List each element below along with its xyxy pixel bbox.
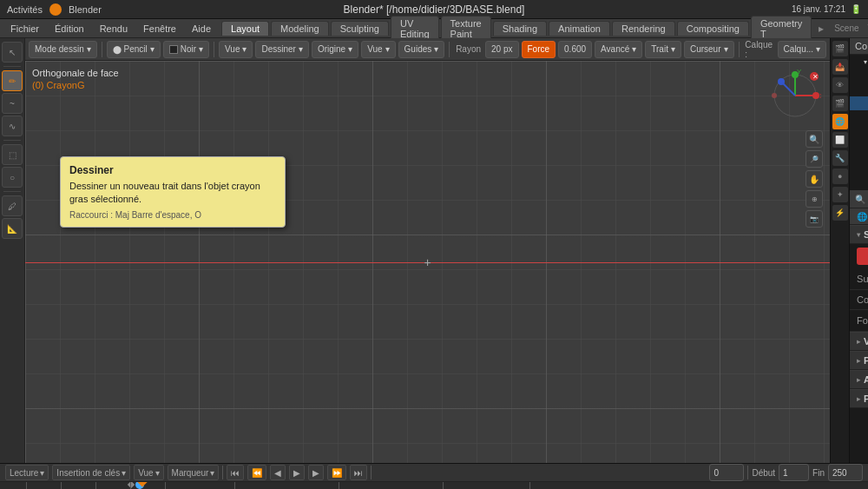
prop-icon-shader[interactable]: ●: [832, 169, 848, 184]
custom-label: Propriétés personnalisées: [864, 393, 868, 404]
workspace-modeling[interactable]: Modeling: [271, 21, 329, 36]
tool-measure[interactable]: 📐: [2, 218, 23, 239]
workspace-geometry[interactable]: Geometry T: [751, 16, 812, 41]
orbit-btn[interactable]: ⊕: [806, 190, 823, 208]
color-chevron: ▾: [199, 44, 203, 54]
use-nodes-btn[interactable]: Utiliser nœuds: [857, 248, 868, 265]
calque-label: Calque :: [745, 40, 773, 59]
pan-btn[interactable]: ✋: [806, 170, 823, 188]
start-frame-input[interactable]: [779, 464, 809, 481]
force-value-input[interactable]: 0.600: [558, 41, 592, 58]
view2-btn[interactable]: Vue ▾: [361, 41, 395, 58]
scene-item-cercle[interactable]: ⬤ Cercle.001 👁 ⊙ 📷: [850, 83, 868, 96]
color-swatch: [169, 45, 178, 54]
prop-icon-physics[interactable]: ⚡: [832, 205, 848, 221]
avance-btn[interactable]: Avancé ▾: [595, 41, 642, 58]
workspace-compositing[interactable]: Compositing: [677, 21, 749, 36]
workspace-layout[interactable]: Layout: [221, 21, 269, 36]
prev-frame-btn[interactable]: ◀: [270, 465, 286, 480]
material-select[interactable]: ⬤ Pencil ▾: [107, 41, 161, 58]
scene-item-eclairage[interactable]: 💡 éclairage 👁 ⊙ 📷: [850, 69, 868, 83]
jump-start-btn[interactable]: ⏮: [227, 465, 244, 480]
draw-btn[interactable]: Dessiner ▾: [255, 41, 308, 58]
prop-icon-world[interactable]: 🌐: [832, 114, 848, 129]
end-frame-input[interactable]: [828, 464, 863, 481]
next-frame-btn[interactable]: ▶: [308, 465, 324, 480]
menu-fichier[interactable]: Fichier: [3, 22, 46, 36]
activities-label[interactable]: Activités: [7, 4, 43, 15]
camera-btn[interactable]: 📷: [806, 210, 823, 228]
calque-value-btn[interactable]: Calqu... ▾: [778, 41, 826, 58]
workspace-texture[interactable]: Texture Paint: [441, 16, 491, 41]
force-row-label: Force: [857, 315, 868, 326]
tool-annotate[interactable]: 🖊: [2, 195, 23, 216]
workspace-animation[interactable]: Animation: [549, 21, 610, 36]
curseur-label: Curseur: [690, 44, 721, 54]
play-btn[interactable]: ▶: [289, 465, 305, 480]
key-chevron: ▾: [122, 468, 126, 478]
tool-circle[interactable]: ○: [2, 167, 23, 188]
viewport-3d[interactable]: Orthogonale de face (0) CrayonG Dessiner…: [25, 61, 830, 463]
key-insert-btn[interactable]: Insertion de clés ▾: [52, 465, 130, 480]
blender-label: Blender: [69, 4, 102, 15]
calque-chevron: ▾: [816, 44, 820, 54]
prop-icon-output[interactable]: 📤: [832, 59, 848, 75]
curseur-btn[interactable]: Curseur ▾: [684, 41, 734, 58]
volume-label: Volume: [864, 336, 868, 347]
prop-icon-object[interactable]: ⬜: [832, 132, 848, 148]
tl-view-btn[interactable]: Vue ▾: [134, 465, 163, 480]
draw-chevron: ▾: [299, 44, 303, 54]
workspace-sculpting[interactable]: Sculpting: [331, 21, 389, 36]
jump-end-btn[interactable]: ⏭: [350, 465, 367, 480]
current-frame-input[interactable]: [709, 464, 744, 481]
tool-arrow[interactable]: ↖: [2, 42, 23, 63]
playback-btn[interactable]: Lecture ▾: [5, 465, 49, 480]
titlebar-right: 16 janv. 17:21 🔋: [792, 4, 861, 14]
force-label: Force: [528, 44, 550, 54]
origin-btn[interactable]: Origine ▾: [312, 41, 358, 58]
color-select[interactable]: Noir ▾: [163, 41, 209, 58]
zoom-out-btn[interactable]: 🔎: [806, 150, 823, 168]
menu-fenetre[interactable]: Fenêtre: [136, 22, 183, 36]
tool-rect[interactable]: ⬚: [2, 144, 23, 165]
prop-icon-view[interactable]: 👁: [832, 77, 848, 93]
rayon-input[interactable]: 20 px: [485, 41, 518, 58]
prop-search-icon[interactable]: 🔍: [855, 195, 865, 204]
workspace-shading[interactable]: Shading: [493, 21, 547, 36]
marker-btn[interactable]: Marqueur ▾: [168, 465, 220, 480]
tool-curve2[interactable]: ∿: [2, 116, 23, 136]
avance-chevron: ▾: [632, 44, 636, 54]
workspace-rendering[interactable]: Rendering: [612, 21, 675, 36]
passe-brume-section[interactable]: ▸ Passe de brume: [850, 351, 868, 370]
force-btn[interactable]: Force: [522, 41, 556, 58]
viewport-gizmo[interactable]: X Y ✕: [769, 69, 821, 122]
scene-item-mch[interactable]: 🦴 MCH_Rotation_target 👁 ⊙ 📷: [850, 110, 868, 124]
menu-aide[interactable]: Aide: [185, 22, 218, 36]
prop-icon-scene[interactable]: 🎬: [832, 96, 848, 111]
scene-item-crayong[interactable]: 🖊 CrayonG 👁 ⊙ 📷: [850, 96, 868, 110]
prev-key-btn[interactable]: ⏪: [247, 465, 266, 480]
prop-icon-particles[interactable]: ✦: [832, 187, 848, 202]
mode-select[interactable]: Mode dessin ▾: [29, 41, 97, 58]
volume-section[interactable]: ▸ Volume: [850, 332, 868, 351]
zoom-in-btn[interactable]: 🔍: [806, 130, 823, 148]
menu-edition[interactable]: Édition: [48, 22, 91, 36]
surface-section-header[interactable]: ▾ Surface: [850, 225, 868, 244]
scene-panel-title: Collection de scène: [855, 41, 868, 51]
view-btn[interactable]: Vue ▾: [219, 41, 253, 58]
tool-curve1[interactable]: ~: [2, 93, 23, 114]
workspace-uv[interactable]: UV Editing: [391, 16, 439, 41]
scene-item-collection[interactable]: ▾ 📁 Collection 👁 ⊙ 📷: [850, 55, 868, 69]
next-key-btn[interactable]: ⏩: [327, 465, 346, 480]
prop-icon-render[interactable]: 🎬: [832, 41, 848, 56]
trait-btn[interactable]: Trait ▾: [645, 41, 681, 58]
prop-icon-modifier[interactable]: 🔧: [832, 150, 848, 166]
tool-draw[interactable]: ✏: [2, 70, 23, 91]
custom-props-section[interactable]: ▸ Propriétés personnalisées: [850, 389, 868, 408]
svg-text:Y: Y: [797, 69, 802, 76]
guides-btn[interactable]: Guides ▾: [398, 41, 445, 58]
timeline-ruler[interactable]: -60-40-2002060120180200: [0, 482, 868, 489]
affichage-section[interactable]: ▸ Affichage vue 3D: [850, 370, 868, 389]
menu-rendu[interactable]: Rendu: [93, 22, 135, 36]
view2-chevron: ▾: [385, 44, 390, 54]
